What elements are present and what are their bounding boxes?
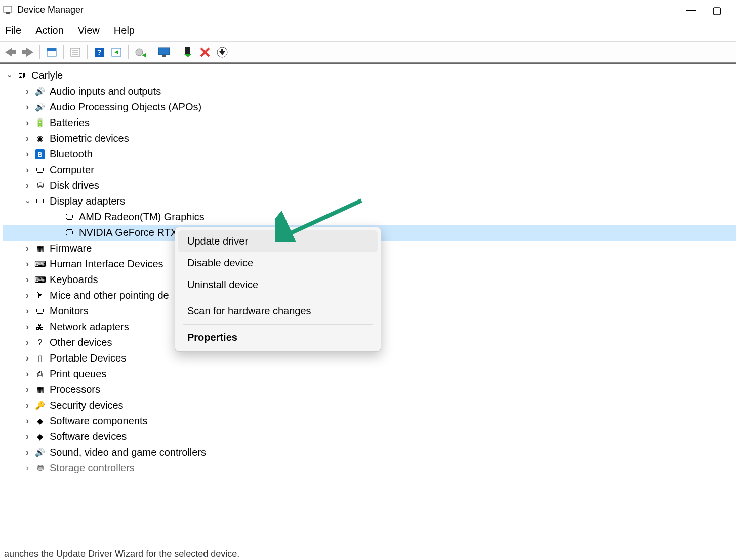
update-driver-icon[interactable] xyxy=(133,45,148,60)
back-icon[interactable] xyxy=(3,45,18,60)
chevron-right-icon[interactable] xyxy=(22,243,32,254)
chevron-right-icon[interactable] xyxy=(22,86,32,97)
display-icon: 🖵 xyxy=(63,226,76,239)
chevron-right-icon[interactable] xyxy=(22,431,32,442)
menubar: File Action View Help xyxy=(0,20,736,42)
cm-disable-device[interactable]: Disable device xyxy=(178,252,378,274)
chevron-right-icon[interactable] xyxy=(22,149,32,159)
monitor-icon[interactable] xyxy=(156,45,172,60)
svg-rect-18 xyxy=(185,47,190,54)
svg-marker-19 xyxy=(184,54,191,57)
security-icon: 🔑 xyxy=(33,399,47,412)
disable-icon[interactable] xyxy=(197,45,213,60)
fingerprint-icon: ◉ xyxy=(33,132,47,145)
cm-uninstall-device[interactable]: Uninstall device xyxy=(178,274,378,296)
root-label: Carlyle xyxy=(31,70,63,82)
portable-icon: ▯ xyxy=(33,352,47,365)
cm-separator xyxy=(183,298,373,298)
computer-icon: 🖳 xyxy=(15,69,28,83)
minimize-button[interactable]: — xyxy=(686,4,696,16)
tree-category[interactable]: ▯Portable Devices xyxy=(3,350,736,366)
tree-category[interactable]: ⎙Print queues xyxy=(3,366,736,382)
context-menu: Update driver Disable device Uninstall d… xyxy=(175,227,381,352)
speaker-icon: 🔊 xyxy=(33,446,47,459)
tree-category[interactable]: 🔊Sound, video and game controllers xyxy=(3,445,736,460)
tree-category[interactable]: ◆Software components xyxy=(3,413,736,429)
tree-category[interactable]: 🔑Security devices xyxy=(3,397,736,413)
cm-properties[interactable]: Properties xyxy=(178,327,378,348)
properties-icon[interactable] xyxy=(68,45,83,60)
monitor-icon: 🖵 xyxy=(33,305,47,318)
chevron-right-icon[interactable] xyxy=(22,337,32,348)
titlebar: Device Manager — ▢ xyxy=(0,0,736,20)
chevron-right-icon[interactable] xyxy=(22,274,32,285)
show-hidden-icon[interactable] xyxy=(44,45,59,60)
display-icon: 🖵 xyxy=(63,211,76,224)
device-tree[interactable]: 🖳 Carlyle 🔊Audio inputs and outputs 🔊Aud… xyxy=(0,63,736,548)
cpu-icon: ▦ xyxy=(33,383,47,396)
forward-icon[interactable] xyxy=(20,45,35,60)
svg-rect-16 xyxy=(158,48,170,55)
battery-icon: 🔋 xyxy=(33,116,47,130)
tree-category[interactable]: ⛁Disk drives xyxy=(3,178,736,193)
chevron-right-icon[interactable] xyxy=(22,400,32,411)
chevron-right-icon[interactable] xyxy=(22,259,32,269)
svg-rect-1 xyxy=(6,12,10,14)
tree-category[interactable]: ⛃Storage controllers xyxy=(3,460,736,476)
chevron-right-icon[interactable] xyxy=(22,133,32,144)
menu-help[interactable]: Help xyxy=(114,25,135,36)
scan-icon[interactable] xyxy=(109,45,124,60)
tree-category[interactable]: ▦Processors xyxy=(3,382,736,397)
status-text: aunches the Update Driver Wizard for the… xyxy=(4,549,239,559)
tree-category[interactable]: ◉Biometric devices xyxy=(3,131,736,146)
speaker-icon: 🔊 xyxy=(33,85,47,98)
tree-category[interactable]: 🖵Computer xyxy=(3,162,736,178)
speaker-icon: 🔊 xyxy=(33,101,47,114)
hid-icon: ⌨ xyxy=(33,258,47,271)
tree-device-amd[interactable]: 🖵AMD Radeon(TM) Graphics xyxy=(3,209,736,225)
chevron-right-icon[interactable] xyxy=(22,384,32,395)
chevron-right-icon[interactable] xyxy=(22,369,32,379)
printer-icon: ⎙ xyxy=(33,368,47,381)
bluetooth-icon: B xyxy=(33,148,47,161)
chevron-right-icon[interactable] xyxy=(22,102,32,112)
chevron-right-icon[interactable] xyxy=(22,353,32,364)
chevron-down-icon[interactable] xyxy=(4,71,14,81)
down-icon[interactable] xyxy=(215,45,230,60)
chevron-right-icon[interactable] xyxy=(22,447,32,458)
tree-category[interactable]: 🔋Batteries xyxy=(3,115,736,131)
enable-icon[interactable] xyxy=(180,45,195,60)
tree-category[interactable]: 🔊Audio Processing Objects (APOs) xyxy=(3,99,736,115)
toolbar: ? xyxy=(0,42,736,63)
tree-category[interactable]: 🔊Audio inputs and outputs xyxy=(3,84,736,99)
maximize-button[interactable]: ▢ xyxy=(712,4,722,16)
chevron-right-icon[interactable] xyxy=(22,463,32,473)
menu-action[interactable]: Action xyxy=(35,25,64,36)
cm-scan-hardware[interactable]: Scan for hardware changes xyxy=(178,300,378,322)
chevron-down-icon[interactable] xyxy=(22,196,32,206)
statusbar: aunches the Update Driver Wizard for the… xyxy=(0,548,736,560)
svg-rect-6 xyxy=(71,48,80,56)
tree-root[interactable]: 🖳 Carlyle xyxy=(3,68,736,84)
chevron-right-icon[interactable] xyxy=(22,306,32,316)
window-title: Device Manager xyxy=(17,5,84,15)
menu-view[interactable]: View xyxy=(78,25,100,36)
chip-icon: ▦ xyxy=(33,242,47,255)
chevron-right-icon[interactable] xyxy=(22,416,32,426)
menu-file[interactable]: File xyxy=(5,25,21,36)
chevron-right-icon[interactable] xyxy=(22,290,32,301)
tree-category[interactable]: ◆Software devices xyxy=(3,429,736,445)
chevron-right-icon[interactable] xyxy=(22,165,32,175)
tree-category[interactable]: BBluetooth xyxy=(3,146,736,162)
chevron-right-icon[interactable] xyxy=(22,322,32,332)
chevron-right-icon[interactable] xyxy=(22,180,32,191)
svg-rect-17 xyxy=(162,55,166,57)
tree-category-display-adapters[interactable]: 🖵Display adapters xyxy=(3,193,736,209)
help-icon[interactable]: ? xyxy=(92,45,107,60)
cm-separator xyxy=(183,324,373,325)
cm-update-driver[interactable]: Update driver xyxy=(178,230,378,252)
swdev-icon: ◆ xyxy=(33,430,47,444)
swcomp-icon: ◆ xyxy=(33,415,47,428)
chevron-right-icon[interactable] xyxy=(22,117,32,128)
app-icon xyxy=(2,5,13,16)
